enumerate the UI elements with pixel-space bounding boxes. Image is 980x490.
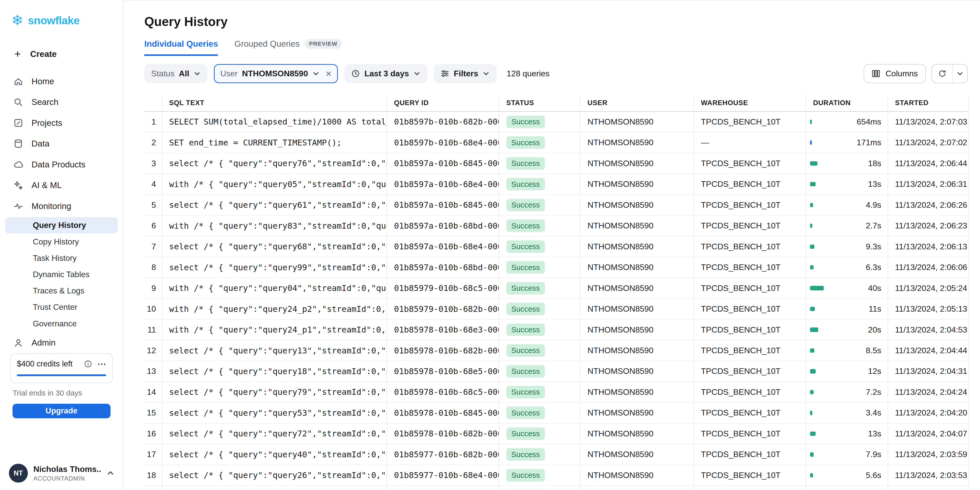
cell-duration: 40s [806, 278, 888, 298]
columns-button[interactable]: Columns [864, 64, 926, 83]
refresh-button[interactable] [932, 65, 953, 83]
status-filter[interactable]: Status All [144, 64, 207, 83]
user-name: Nicholas Thoms... [33, 465, 101, 474]
account-menu[interactable]: NT Nicholas Thoms... ACCOUNTADMIN [0, 464, 123, 483]
filter-label: Status [151, 69, 175, 78]
table-row[interactable]: 11 with /* { "query":"query24_p1","strea… [144, 319, 968, 340]
sidebar-item-search[interactable]: Search [0, 92, 123, 113]
cell-warehouse: TPCDS_BENCH_10T [694, 215, 806, 236]
sidebar-subitem[interactable]: Dynamic Tables [5, 266, 118, 283]
table-row[interactable]: 4 with /* { "query":"query05","streamId"… [144, 174, 968, 194]
cell-user: NTHOMSON8590 [580, 215, 694, 236]
sidebar-item-admin[interactable]: Admin [0, 332, 123, 353]
sidebar-item-label: Search [32, 97, 59, 107]
table-row[interactable]: 17 select /* { "query":"query40","stream… [144, 444, 968, 465]
snowsight-app: ❄ snowflake + Create Home Search Project… [0, 0, 980, 490]
table-row[interactable]: 16 select /* { "query":"query72","stream… [144, 423, 968, 444]
cell-started: 11/13/2024, 2:04:20 PM [888, 402, 969, 423]
cell-status: Success [499, 382, 580, 402]
user-filter[interactable]: User NTHOMSON8590 × [214, 64, 338, 83]
table-row[interactable]: 19 with /* { "query":"query02","streamId… [144, 486, 968, 490]
tab-grouped-queries[interactable]: Grouped Queries PREVIEW [234, 39, 342, 56]
query-history-table: SQL TEXT QUERY ID STATUS USER WAREHOUSE … [144, 94, 969, 490]
table-row[interactable]: 5 select /* { "query":"query61","streamI… [144, 195, 968, 215]
cell-duration: 654ms [806, 111, 888, 132]
snowflake-logo[interactable]: ❄ snowflake [0, 11, 123, 30]
table-row[interactable]: 12 select /* { "query":"query13","stream… [144, 340, 968, 361]
sidebar-item-label: Data Products [32, 160, 85, 169]
clear-user-filter-icon[interactable]: × [326, 68, 331, 79]
sidebar-item-home[interactable]: Home [0, 71, 123, 92]
duration-value: 13s [868, 429, 881, 438]
tab-individual-queries[interactable]: Individual Queries [144, 39, 218, 56]
sidebar-subitem[interactable]: Traces & Logs [5, 283, 118, 299]
table-row[interactable]: 1 SELECT SUM(total_elapsed_time)/1000 AS… [144, 111, 968, 132]
cell-sql-text: select /* { "query":"query76","streamId"… [162, 153, 387, 174]
row-number: 1 [144, 111, 162, 132]
sidebar-subitem[interactable]: Trust Center [5, 299, 118, 315]
duration-value: 12s [868, 366, 881, 376]
filter-bar: Status All User NTHOMSON8590 × Last 3 da… [144, 64, 980, 83]
query-count: 128 queries [507, 69, 549, 78]
cell-duration: 8.5s [806, 340, 888, 361]
sidebar-subitem[interactable]: Copy History [5, 234, 118, 250]
cell-user: NTHOMSON8590 [580, 174, 694, 194]
sidebar-subitem[interactable]: Query History [5, 217, 118, 234]
table-row[interactable]: 7 select /* { "query":"query68","streamI… [144, 236, 968, 257]
table-row[interactable]: 14 select /* { "query":"query79","stream… [144, 382, 968, 402]
duration-value: 9.3s [865, 242, 881, 251]
sidebar-item-projects[interactable]: Projects [0, 113, 123, 133]
more-options-icon[interactable]: ⋯ [97, 360, 106, 369]
table-row[interactable]: 2 SET end_time = CURRENT_TIMESTAMP(); 01… [144, 132, 968, 153]
duration-bar [810, 120, 812, 124]
chevron-down-icon [194, 70, 200, 77]
cell-started: 11/13/2024, 2:06:23 PM [888, 215, 969, 236]
row-number: 18 [144, 465, 162, 486]
refresh-options-button[interactable] [953, 65, 967, 83]
row-number: 19 [144, 486, 162, 490]
cell-user: NTHOMSON8590 [580, 361, 694, 382]
sidebar-item-label: AI & ML [32, 180, 62, 190]
cell-started: 11/13/2024, 2:03:59 PM [888, 444, 969, 465]
time-range-filter[interactable]: Last 3 days [344, 64, 427, 83]
sidebar-subitem[interactable]: Task History [5, 250, 118, 266]
sidebar-item-monitoring[interactable]: Monitoring [0, 196, 123, 216]
info-icon[interactable] [84, 360, 92, 368]
status-badge: Success [506, 448, 545, 461]
cell-user: NTHOMSON8590 [580, 278, 694, 298]
duration-bar [810, 161, 818, 165]
table-row[interactable]: 13 select /* { "query":"query18","stream… [144, 361, 968, 382]
table-row[interactable]: 9 with /* { "query":"query04","streamId"… [144, 278, 968, 298]
table-row[interactable]: 8 select /* { "query":"query99","streamI… [144, 257, 968, 278]
table-row[interactable]: 10 with /* { "query":"query24_p2","strea… [144, 299, 968, 319]
table-row[interactable]: 15 select /* { "query":"query53","stream… [144, 402, 968, 423]
cell-duration: 13s [806, 423, 888, 444]
cell-status: Success [499, 361, 580, 382]
table-row[interactable]: 18 select /* { "query":"query26","stream… [144, 465, 968, 486]
create-button[interactable]: + Create [0, 45, 123, 63]
cell-query-id: 01b8597b-010b-68e4-0000-0009 [387, 132, 499, 153]
cell-status: Success [499, 236, 580, 257]
cell-query-id: 01b8597a-010b-68e4-0000-0009 [387, 174, 499, 194]
sidebar-item-data[interactable]: Data [0, 133, 123, 154]
sidebar-subitem[interactable]: Governance [5, 315, 118, 332]
sidebar-item-ai-ml[interactable]: AI & ML [0, 175, 123, 196]
upgrade-button[interactable]: Upgrade [13, 404, 110, 418]
cell-started: 11/13/2024, 2:06:44 PM [888, 153, 969, 174]
cell-user: NTHOMSON8590 [580, 299, 694, 319]
filter-value: Last 3 days [364, 69, 409, 78]
columns-icon [872, 69, 880, 78]
cell-query-id: 01b85978-010b-68c5-0000-0009 [387, 382, 499, 402]
cell-query-id: 01b85977-010b-682b-0000-0009 [387, 486, 499, 490]
cell-status: Success [499, 132, 580, 153]
cell-status: Success [499, 402, 580, 423]
filters-button[interactable]: Filters [434, 64, 496, 83]
table-row[interactable]: 6 with /* { "query":"query83","streamId"… [144, 215, 968, 236]
plus-icon: + [14, 49, 21, 59]
admin-user-icon [13, 338, 24, 348]
cell-sql-text: SET end_time = CURRENT_TIMESTAMP(); [162, 132, 387, 153]
table-row[interactable]: 3 select /* { "query":"query76","streamI… [144, 153, 968, 174]
sidebar-item-data-products[interactable]: Data Products [0, 154, 123, 175]
cell-duration: 12s [806, 486, 888, 490]
header-warehouse: WAREHOUSE [694, 94, 806, 111]
